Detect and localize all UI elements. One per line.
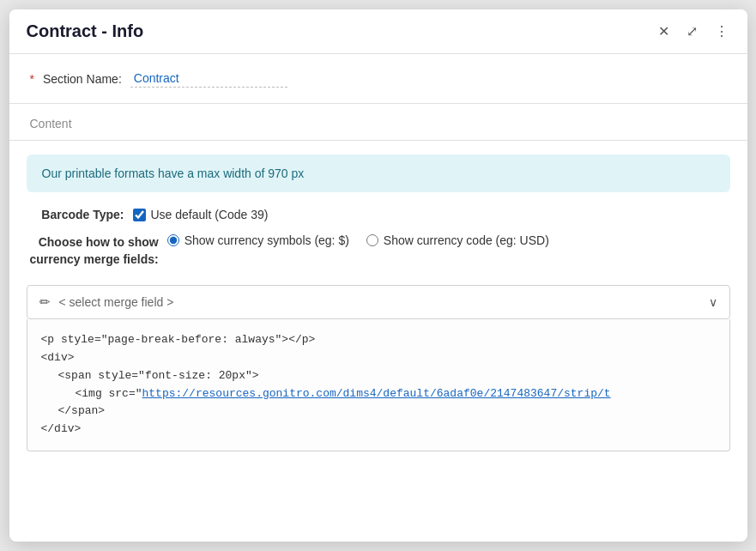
minimize-button[interactable]: ⤢ [683, 21, 701, 41]
currency-option2-label[interactable]: Show currency code (eg: USD) [366, 233, 549, 247]
content-label: Content [30, 117, 72, 130]
barcode-row: Barcode Type: Use default (Code 39) [30, 208, 727, 221]
code-img-src-link[interactable]: https://resources.gonitro.com/dims4/defa… [142, 387, 611, 400]
code-line-2: <div> [41, 349, 716, 367]
barcode-checkbox[interactable] [133, 209, 146, 221]
barcode-type-label: Barcode Type: [30, 208, 124, 221]
code-line-6: </div> [41, 421, 716, 439]
chevron-down-icon: ∨ [709, 295, 717, 309]
options-area: Barcode Type: Use default (Code 39) Choo… [9, 199, 747, 280]
content-label-row: Content [9, 104, 747, 141]
currency-options: Show currency symbols (eg: $) Show curre… [167, 233, 549, 247]
dialog-header: Contract - Info ✕ ⤢ ⋮ [9, 9, 747, 54]
currency-option1-text: Show currency symbols (eg: $) [184, 233, 349, 247]
more-options-button[interactable]: ⋮ [711, 21, 732, 41]
info-banner-text: Our printable formats have a max width o… [42, 167, 305, 180]
code-area: <p style="page-break-before: always"></p… [27, 319, 730, 451]
code-img-tag-open: <img src=" [76, 387, 142, 400]
currency-option1-label[interactable]: Show currency symbols (eg: $) [167, 233, 349, 247]
dialog: Contract - Info ✕ ⤢ ⋮ * Section Name: Co… [9, 9, 747, 542]
merge-field-placeholder: < select merge field > [59, 295, 700, 309]
section-name-row: * Section Name: [9, 54, 747, 104]
info-banner: Our printable formats have a max width o… [27, 154, 730, 192]
code-line-1: <p style="page-break-before: always"></p… [41, 331, 716, 349]
currency-option2-text: Show currency code (eg: USD) [384, 233, 549, 247]
close-button[interactable]: ✕ [655, 21, 673, 41]
header-icons: ✕ ⤢ ⋮ [655, 21, 732, 41]
required-star: * [30, 72, 34, 86]
code-line-3: <span style="font-size: 20px"> [41, 367, 716, 385]
code-line-4: <img src="https://resources.gonitro.com/… [41, 385, 716, 403]
currency-radio-1[interactable] [167, 234, 179, 246]
section-name-label: Section Name: [43, 72, 122, 86]
pencil-icon: ✏ [39, 294, 51, 310]
currency-label: Choose how to showcurrency merge fields: [30, 233, 159, 268]
section-name-input[interactable] [130, 70, 287, 88]
code-line-5: </span> [41, 403, 716, 421]
currency-radio-2[interactable] [366, 234, 378, 246]
currency-row: Choose how to showcurrency merge fields:… [30, 233, 727, 268]
merge-field-row[interactable]: ✏ < select merge field > ∨ [27, 285, 730, 319]
dialog-title: Contract - Info [27, 21, 144, 41]
barcode-checkbox-label[interactable]: Use default (Code 39) [133, 208, 269, 221]
barcode-checkbox-text: Use default (Code 39) [151, 208, 269, 221]
